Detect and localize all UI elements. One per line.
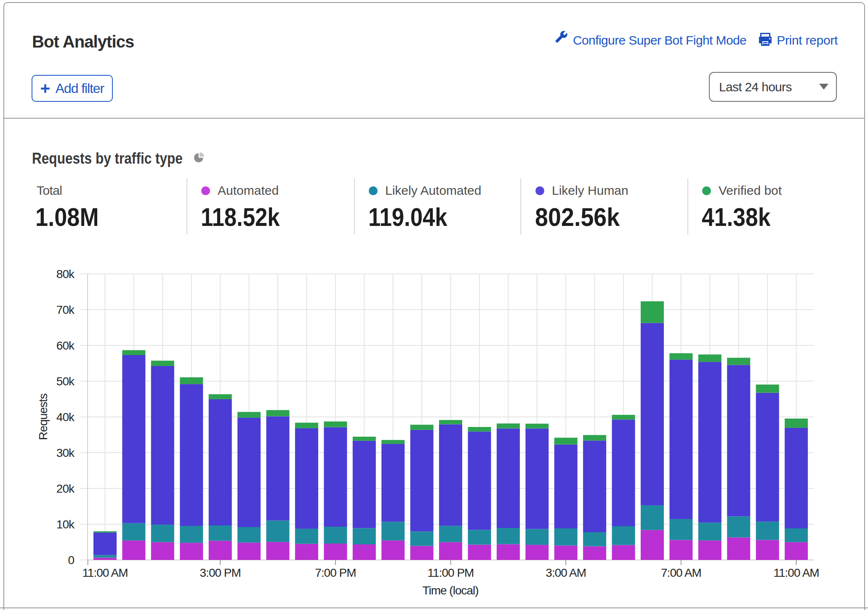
svg-text:Requests: Requests: [37, 394, 50, 440]
svg-text:3:00 AM: 3:00 AM: [546, 566, 586, 579]
svg-text:10k: 10k: [56, 518, 75, 531]
svg-text:80k: 80k: [56, 268, 75, 281]
svg-text:Time (local): Time (local): [422, 584, 478, 597]
svg-text:11:00 AM: 11:00 AM: [82, 566, 128, 579]
svg-text:40k: 40k: [56, 411, 75, 424]
svg-text:7:00 AM: 7:00 AM: [661, 566, 701, 579]
svg-text:30k: 30k: [56, 446, 75, 459]
svg-text:11:00 PM: 11:00 PM: [428, 566, 474, 579]
svg-text:7:00 PM: 7:00 PM: [315, 566, 356, 579]
svg-text:0: 0: [68, 554, 74, 567]
svg-text:11:00 AM: 11:00 AM: [773, 566, 819, 579]
svg-text:50k: 50k: [56, 375, 75, 388]
svg-text:20k: 20k: [56, 482, 75, 495]
svg-text:3:00 PM: 3:00 PM: [200, 566, 241, 579]
svg-text:60k: 60k: [56, 339, 75, 352]
svg-text:70k: 70k: [56, 303, 75, 316]
